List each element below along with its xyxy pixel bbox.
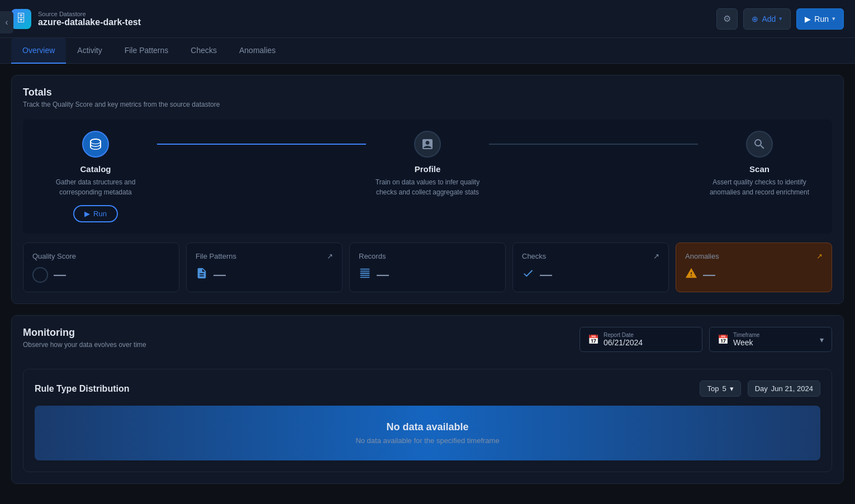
- nav-tabs: Overview Activity File Patterns Checks A…: [0, 38, 855, 64]
- timeframe-value: Week: [733, 338, 759, 347]
- catalog-run-button[interactable]: ▶ Run: [73, 205, 118, 222]
- connector-line-1: [157, 144, 366, 145]
- checks-arrow-icon[interactable]: ↗: [653, 252, 659, 260]
- settings-button[interactable]: ⚙: [716, 8, 738, 30]
- back-arrow[interactable]: ‹: [0, 11, 13, 34]
- header-titles: Source Datastore azure-datalake-dark-tes…: [38, 11, 141, 27]
- catalog-step: Catalog Gather data structures and corre…: [34, 131, 157, 222]
- profile-desc: Train on data values to infer quality ch…: [372, 177, 483, 197]
- monitoring-title: Monitoring: [23, 327, 146, 339]
- tab-anomalies[interactable]: Anomalies: [228, 38, 287, 64]
- report-date-value: 06/21/2024: [604, 338, 643, 347]
- scan-name: Scan: [749, 164, 770, 174]
- totals-subtitle: Track the Quality Score and key metrics …: [23, 101, 832, 108]
- calendar-icon: 📅: [588, 334, 599, 345]
- top-select[interactable]: Top 5 ▾: [700, 381, 740, 397]
- tab-file-patterns[interactable]: File Patterns: [113, 38, 180, 64]
- dist-title: Rule Type Distribution: [35, 384, 129, 394]
- top-label: Top: [707, 384, 719, 393]
- file-patterns-icon: [196, 267, 208, 282]
- dist-header: Rule Type Distribution Top 5 ▾ Day Jun 2…: [35, 381, 820, 397]
- scan-desc: Assert quality checks to identify anomal…: [704, 177, 815, 197]
- report-date-inner: Report Date 06/21/2024: [604, 332, 643, 347]
- file-patterns-arrow-icon[interactable]: ↗: [327, 252, 333, 260]
- scan-icon: [746, 131, 773, 158]
- anomalies-value-row: —: [685, 267, 823, 282]
- records-label: Records: [359, 252, 386, 260]
- catalog-run-play-icon: ▶: [84, 210, 90, 218]
- file-patterns-card[interactable]: File Patterns ↗ —: [186, 243, 343, 292]
- monitoring-controls: 📅 Report Date 06/21/2024 📅 Timeframe Wee…: [580, 327, 832, 352]
- anomalies-header: Anomalies ↗: [685, 252, 823, 260]
- timeframe-control[interactable]: 📅 Timeframe Week ▾: [709, 327, 832, 352]
- profile-name: Profile: [415, 164, 441, 174]
- no-data-banner: No data available No data available for …: [35, 406, 820, 460]
- add-chevron-icon: ▾: [779, 15, 782, 22]
- tab-activity[interactable]: Activity: [66, 38, 113, 64]
- header-left: 🗄 Source Datastore azure-datalake-dark-t…: [11, 9, 141, 29]
- checks-card[interactable]: Checks ↗ —: [512, 243, 669, 292]
- top-value: 5: [722, 384, 726, 393]
- records-value: —: [377, 268, 389, 282]
- run-button[interactable]: ▶ Run ▾: [796, 8, 844, 30]
- anomalies-label: Anomalies: [685, 252, 719, 260]
- no-data-title: No data available: [50, 421, 805, 433]
- anomalies-value: —: [703, 268, 715, 282]
- catalog-connector: [157, 131, 366, 145]
- catalog-icon: [82, 131, 109, 158]
- checks-value-row: —: [522, 267, 659, 282]
- totals-title: Totals: [23, 87, 832, 98]
- pipeline-steps-row: Catalog Gather data structures and corre…: [34, 131, 821, 222]
- checks-value: —: [540, 268, 552, 282]
- add-button[interactable]: ⊕ Add ▾: [743, 8, 791, 30]
- anomalies-card[interactable]: Anomalies ↗ —: [676, 243, 832, 292]
- checks-header: Checks ↗: [522, 252, 659, 260]
- day-label: Day: [755, 384, 768, 393]
- source-datastore-label: Source Datastore: [38, 11, 141, 17]
- monitoring-subtitle: Observe how your data evolves over time: [23, 341, 146, 349]
- catalog-run-label: Run: [93, 210, 107, 218]
- report-date-label: Report Date: [604, 332, 643, 338]
- report-date-control[interactable]: 📅 Report Date 06/21/2024: [580, 327, 702, 352]
- catalog-desc: Gather data structures and corresponding…: [40, 177, 151, 197]
- run-label: Run: [814, 15, 829, 23]
- timeframe-inner: Timeframe Week: [733, 332, 759, 347]
- profile-step: Profile Train on data values to infer qu…: [366, 131, 489, 197]
- app-icon: 🗄: [11, 9, 31, 29]
- catalog-name: Catalog: [80, 164, 111, 174]
- tab-checks[interactable]: Checks: [179, 38, 228, 64]
- file-patterns-value: —: [213, 268, 226, 282]
- quality-score-label: Quality Score: [32, 252, 76, 260]
- anomalies-arrow-icon[interactable]: ↗: [816, 252, 823, 260]
- quality-score-card: Quality Score —: [23, 243, 179, 292]
- records-value-row: —: [359, 267, 496, 282]
- monitoring-header: Monitoring Observe how your data evolves…: [23, 327, 832, 360]
- connector-line-2: [489, 144, 698, 145]
- tab-overview[interactable]: Overview: [11, 38, 66, 64]
- pipeline: Catalog Gather data structures and corre…: [23, 120, 832, 234]
- datastore-name: azure-datalake-dark-test: [38, 17, 141, 27]
- totals-section: Totals Track the Quality Score and key m…: [11, 75, 844, 304]
- records-header: Records: [359, 252, 496, 260]
- monitoring-section: Monitoring Observe how your data evolves…: [11, 315, 844, 484]
- header-right: ⚙ ⊕ Add ▾ ▶ Run ▾: [716, 8, 844, 30]
- quality-score-circle: [32, 267, 48, 283]
- top-chevron-icon: ▾: [730, 384, 734, 393]
- quality-score-value-row: —: [32, 267, 170, 283]
- day-value: Jun 21, 2024: [771, 384, 813, 393]
- profile-connector: [489, 131, 698, 145]
- records-icon: [359, 267, 371, 282]
- records-card: Records —: [349, 243, 506, 292]
- metric-cards: Quality Score — File Patterns ↗ —: [23, 243, 832, 292]
- no-data-subtitle: No data available for the specified time…: [50, 436, 805, 445]
- monitoring-text: Monitoring Observe how your data evolves…: [23, 327, 146, 360]
- scan-step: Scan Assert quality checks to identify a…: [698, 131, 821, 197]
- anomalies-icon: [685, 267, 697, 282]
- file-patterns-value-row: —: [196, 267, 333, 282]
- main-content: Totals Track the Quality Score and key m…: [0, 64, 855, 504]
- day-select[interactable]: Day Jun 21, 2024: [748, 381, 820, 397]
- top-header: 🗄 Source Datastore azure-datalake-dark-t…: [0, 0, 855, 38]
- file-patterns-header: File Patterns ↗: [196, 252, 333, 260]
- checks-label: Checks: [522, 252, 546, 260]
- timeframe-chevron-icon: ▾: [820, 335, 824, 344]
